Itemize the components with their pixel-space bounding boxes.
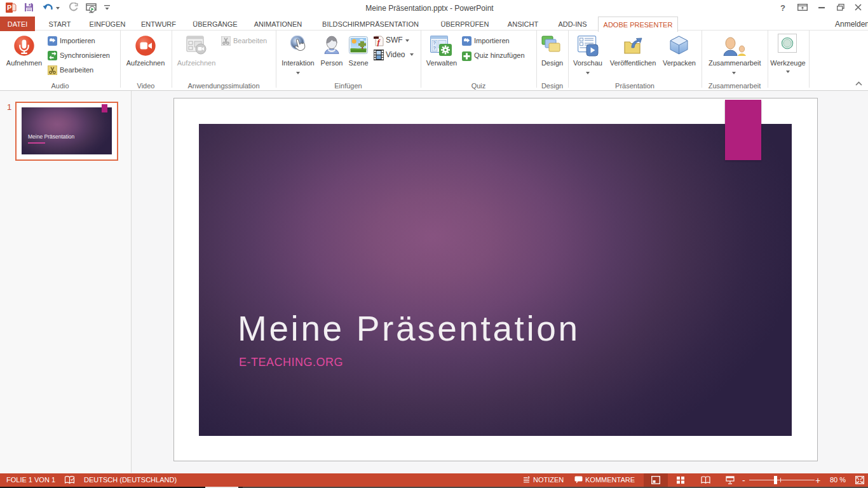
svg-text:?: ?	[433, 41, 436, 45]
svg-text:?: ?	[433, 46, 436, 50]
